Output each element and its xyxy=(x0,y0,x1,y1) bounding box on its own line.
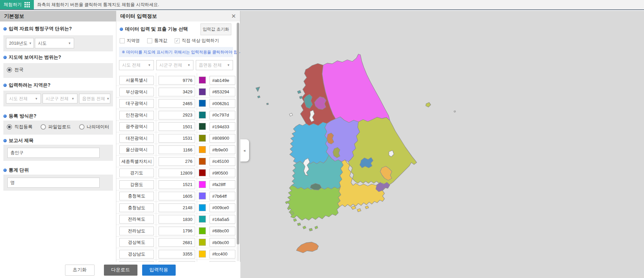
radio-nationwide[interactable]: 전국 xyxy=(7,67,23,73)
panel-collapse-handle[interactable]: ◄ xyxy=(240,139,249,161)
try-button[interactable]: 체험하기 xyxy=(0,0,34,9)
color-swatch[interactable] xyxy=(199,123,206,130)
region-value-input[interactable]: 276 xyxy=(159,157,195,166)
map-region-jeju[interactable] xyxy=(296,242,318,253)
color-hex-input[interactable]: #68bc00 xyxy=(210,227,235,235)
radio-register-option[interactable]: 파일업로드 xyxy=(41,124,71,130)
color-hex-input[interactable]: #b0bc00 xyxy=(210,238,235,247)
map-region-nodata[interactable] xyxy=(289,113,293,116)
korea-map[interactable] xyxy=(240,11,644,278)
color-hex-input[interactable]: #fa28ff xyxy=(210,180,235,189)
checkbox-unchecked[interactable]: ✓지역명 xyxy=(120,38,140,44)
color-swatch[interactable] xyxy=(199,100,206,107)
region-name-input[interactable]: 충청북도 xyxy=(119,192,154,200)
filter-eupmyeondong-select[interactable]: 읍면동 전체▼ xyxy=(196,60,233,70)
map-region-jeonnam-island[interactable] xyxy=(297,223,301,226)
map-region-ulleungdo[interactable] xyxy=(426,102,431,107)
region-name-input[interactable]: 전라남도 xyxy=(119,227,154,235)
filter-sido-select[interactable]: 시도 전체▼ xyxy=(119,60,154,70)
map-region-jeonnam-island[interactable] xyxy=(309,228,312,231)
map-region-incheon-island[interactable] xyxy=(297,90,301,94)
sigungu-select[interactable]: 시군구 전체▼ xyxy=(43,94,77,103)
color-hex-input[interactable]: #194d33 xyxy=(210,122,235,131)
region-name-input[interactable]: 경기도 xyxy=(119,169,154,177)
color-hex-input[interactable]: #808900 xyxy=(210,134,235,143)
region-value-input[interactable]: 1830 xyxy=(159,215,195,224)
region-name-input[interactable]: 대전광역시 xyxy=(119,134,154,143)
region-name-input[interactable]: 충청남도 xyxy=(119,203,154,212)
map-region-gyeongnam-island[interactable] xyxy=(351,206,356,210)
color-swatch[interactable] xyxy=(199,250,206,258)
map-region-jeonnam-island[interactable] xyxy=(315,226,318,229)
color-hex-input[interactable]: #009ce0 xyxy=(210,203,235,212)
region-value-input[interactable]: 1521 xyxy=(159,180,195,189)
map-region-jeonnam-island[interactable] xyxy=(303,226,306,229)
color-swatch[interactable] xyxy=(199,239,206,246)
color-hex-input[interactable]: #9f0500 xyxy=(210,169,235,177)
map-area[interactable]: ◄ xyxy=(240,11,644,278)
region-name-input[interactable]: 세종특별자치시 xyxy=(119,157,154,166)
region-name-input[interactable]: 광주광역시 xyxy=(119,122,154,131)
region-value-input[interactable]: 2681 xyxy=(159,238,195,247)
color-hex-input[interactable]: #0062b1 xyxy=(210,99,235,108)
admin-level-select[interactable]: 시도▼ xyxy=(35,38,74,48)
color-swatch[interactable] xyxy=(199,111,206,119)
map-region-busan[interactable] xyxy=(376,182,390,192)
report-title-input[interactable]: 총인구 xyxy=(7,148,100,158)
region-value-input[interactable]: 2465 xyxy=(159,99,195,108)
grid-menu-icon[interactable] xyxy=(24,2,30,7)
region-value-input[interactable]: 1166 xyxy=(159,145,195,154)
close-icon[interactable]: ✕ xyxy=(231,13,236,19)
color-swatch[interactable] xyxy=(199,77,206,84)
stat-unit-input[interactable]: 명 xyxy=(7,178,100,188)
color-swatch[interactable] xyxy=(199,192,206,199)
map-region-incheon-island[interactable] xyxy=(299,96,302,99)
color-hex-input[interactable]: #ab149e xyxy=(210,76,235,85)
reset-button[interactable]: 초기화 xyxy=(65,265,95,276)
panel-scrollbar[interactable] xyxy=(237,22,239,261)
region-value-input[interactable]: 1531 xyxy=(159,134,195,143)
map-region-incheon-island[interactable] xyxy=(257,96,260,98)
color-swatch[interactable] xyxy=(199,169,206,176)
color-hex-input[interactable]: #16a5a5 xyxy=(210,215,235,224)
region-value-input[interactable]: 9776 xyxy=(159,76,195,85)
region-name-input[interactable]: 전라북도 xyxy=(119,215,154,224)
map-region-incheon-island[interactable] xyxy=(256,87,260,92)
reset-inputs-button[interactable]: 입력값 초기화 xyxy=(200,24,231,35)
region-name-input[interactable]: 강원도 xyxy=(119,180,154,189)
color-swatch[interactable] xyxy=(199,146,206,153)
color-swatch[interactable] xyxy=(199,216,206,223)
region-value-input[interactable]: 3355 xyxy=(159,250,195,259)
color-swatch[interactable] xyxy=(199,227,206,234)
color-hex-input[interactable]: #653294 xyxy=(210,88,235,96)
color-hex-input[interactable]: #0c797d xyxy=(210,111,235,120)
region-value-input[interactable]: 2923 xyxy=(159,111,195,120)
map-region-gangwon[interactable] xyxy=(322,54,390,123)
checkbox-unchecked[interactable]: ✓통계값 xyxy=(147,38,167,44)
region-value-input[interactable]: 12809 xyxy=(159,169,195,177)
region-value-input[interactable]: 1605 xyxy=(159,192,195,200)
sido-select[interactable]: 시도 전체▼ xyxy=(6,94,41,103)
eupmyeondong-select[interactable]: 읍면동 전체▼ xyxy=(79,94,110,103)
region-name-input[interactable]: 경상남도 xyxy=(119,250,154,259)
map-region-chungnam[interactable] xyxy=(290,122,329,164)
region-value-input[interactable]: 3429 xyxy=(159,88,195,96)
region-name-input[interactable]: 부산광역시 xyxy=(119,88,154,96)
scrollbar-thumb[interactable] xyxy=(237,23,239,244)
region-name-input[interactable]: 대구광역시 xyxy=(119,99,154,108)
radio-register-option[interactable]: 나의데이터 xyxy=(79,124,110,130)
region-name-input[interactable]: 울산광역시 xyxy=(119,145,154,154)
color-hex-input[interactable]: #fb9e00 xyxy=(210,145,235,154)
radio-register-option[interactable]: 직접등록 xyxy=(7,124,33,130)
year-select[interactable]: 2018년도▼ xyxy=(6,38,34,48)
color-swatch[interactable] xyxy=(199,135,206,142)
map-region-gyeongnam-island[interactable] xyxy=(365,206,369,209)
region-value-input[interactable]: 2148 xyxy=(159,203,195,212)
color-swatch[interactable] xyxy=(199,204,206,211)
color-swatch[interactable] xyxy=(199,181,206,188)
checkbox-checked[interactable]: ✓직접 색상 입력하기 xyxy=(175,38,219,44)
color-hex-input[interactable]: #fcc400 xyxy=(210,250,235,259)
map-region-dokdo[interactable] xyxy=(454,111,456,112)
region-value-input[interactable]: 1796 xyxy=(159,227,195,235)
region-name-input[interactable]: 서울특별시 xyxy=(119,76,154,85)
